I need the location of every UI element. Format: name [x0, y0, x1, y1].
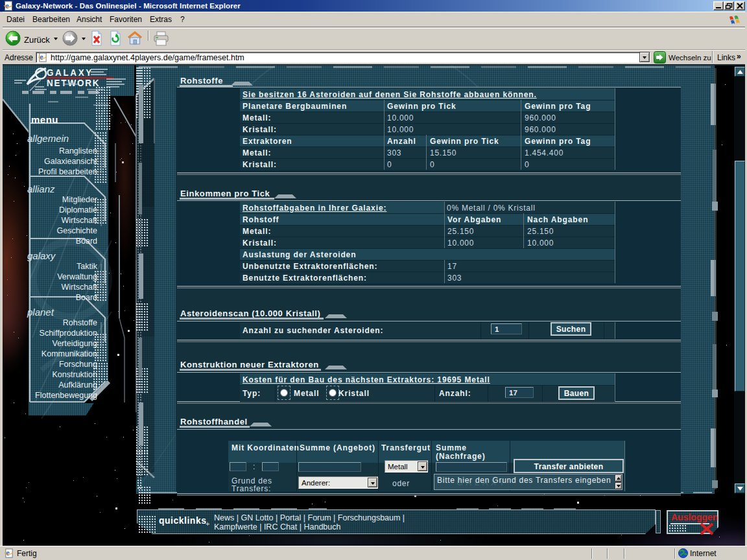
svg-text:e: e: [5, 1, 9, 10]
svg-text:e: e: [40, 52, 43, 62]
svg-text:e: e: [6, 548, 10, 557]
